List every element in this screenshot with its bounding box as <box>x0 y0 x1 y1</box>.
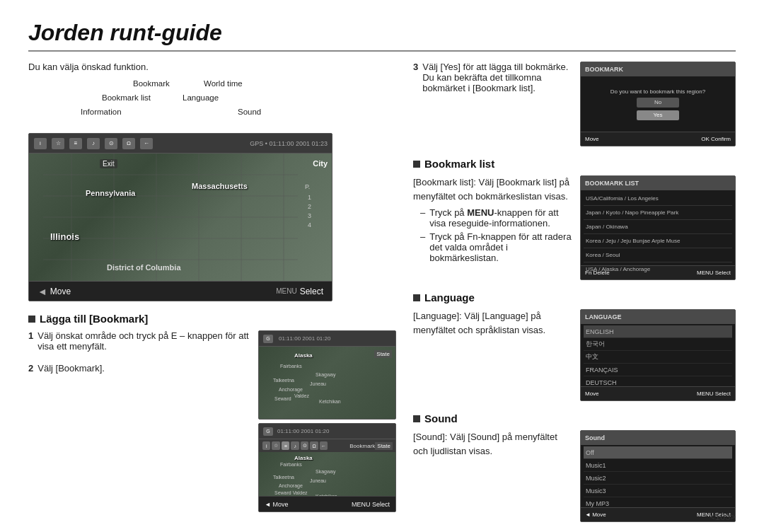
select-label: Select <box>300 287 323 296</box>
ss2-bookmark-label: Bookmark <box>349 443 375 449</box>
ss-item-3: Music3 <box>584 485 732 497</box>
cs-body: Do you want to bookmark this region? No … <box>581 76 735 132</box>
bl-text-area: [Bookmark list]: Välj [Bookmark list] på… <box>413 175 573 280</box>
svg-text:Seward: Seward <box>274 396 291 401</box>
bl-dash2: – <box>420 231 425 263</box>
ss-footer-move: ◄ Move <box>585 511 606 518</box>
ls-item-0: ENGLISH <box>584 325 732 338</box>
svg-text:District of Columbia: District of Columbia <box>107 263 181 272</box>
label-information: Information <box>81 108 122 116</box>
ss-item-1-text: Music1 <box>586 462 606 469</box>
svg-text:Juneau: Juneau <box>310 478 326 483</box>
ss1-alaska: Alaska <box>294 352 313 359</box>
cs-header: BOOKMARK <box>581 62 735 76</box>
ss1-header: G 01:11:00 2001 01:20 <box>259 331 395 347</box>
svg-text:Juneau: Juneau <box>310 381 326 386</box>
intro-text: Du kan välja önskad funktion. <box>28 62 396 72</box>
ls-footer-menu: MENU Select <box>697 391 731 397</box>
page-title: Jorden runt-guide <box>28 20 736 52</box>
ss2-b3: ≡ <box>282 441 289 450</box>
ss-item-2: Music2 <box>584 472 732 485</box>
ss2-time: 01:11:00 2001 01:20 <box>277 428 329 434</box>
ls-item-2-text: 中文 <box>586 352 598 362</box>
bl-item-2-text: Japan / Okinawa <box>586 224 628 230</box>
step1-item: 1 Välj önskat område och tryck på E – kn… <box>28 330 250 352</box>
ss-item-0-text: Off <box>586 449 594 456</box>
ss-item-4-text: My MP3 <box>586 500 609 507</box>
page-container: Jorden runt-guide Du kan välja önskad fu… <box>0 0 764 532</box>
bl-item-0: USA/California / Los Angeles <box>584 192 732 206</box>
confirm-screen: BOOKMARK Do you want to bookmark this re… <box>580 62 736 146</box>
bl-bullet1-text: Tryck på MENU-knappen för att visa reseg… <box>429 207 573 229</box>
svg-text:4: 4 <box>308 221 311 229</box>
label-bookmark: Bookmark <box>133 79 170 88</box>
bl-item-3: Korea / Jeju / Jeju Bunjae Arple Muse <box>584 234 732 248</box>
step2-number: 2 <box>28 363 33 374</box>
lagga-till-content: 1 Välj önskat område och tryck på E – kn… <box>28 330 396 512</box>
bookmark-list-title: Bookmark list <box>424 158 494 170</box>
map-icon-sound: ♪ <box>87 138 100 149</box>
step3-number: 3 <box>413 62 418 93</box>
sound-area: [Sound]: Välj [Sound] på menyfältet och … <box>413 430 736 522</box>
svg-text:P.: P. <box>305 183 310 190</box>
bl-screen-body: USA/California / Los Angeles Japan / Kyo… <box>581 190 735 265</box>
bl-item-4: Korea / Seoul <box>584 248 732 262</box>
svg-text:Fairbanks: Fairbanks <box>280 364 302 369</box>
svg-text:Skagway: Skagway <box>316 469 336 475</box>
map-footer-select: MENU Select <box>276 287 323 296</box>
language-area: [Language]: Välj [Language] på menyfälte… <box>413 309 736 401</box>
sound-header: Sound <box>413 412 736 424</box>
ss-body: Off Music1 Music2 Music3 My MP3 <box>581 445 735 507</box>
lagga-till-main: 1 Välj önskat område och tryck på E – kn… <box>28 330 250 512</box>
ls-header: LANGUAGE <box>581 310 735 324</box>
step3-area: 3 Välj [Yes] för att lägga till bokmärke… <box>413 62 736 146</box>
bookmark-list-header: Bookmark list <box>413 158 736 170</box>
cs-footer-move: Move <box>585 136 599 142</box>
sound-section-square <box>413 415 420 422</box>
step3-item: 3 Välj [Yes] för att lägga till bokmärke… <box>413 62 573 93</box>
ss2-b7: ← <box>320 441 328 450</box>
section-lagga-till-header: Lägga till [Bookmark] <box>28 313 396 325</box>
small-screen-2: G 01:11:00 2001 01:20 i ☆ ≡ ♪ ⊙ Ω ← Book… <box>258 423 396 512</box>
cs-no-btn[interactable]: No <box>637 98 679 108</box>
sound-screen: Sound Off Music1 Music2 Music3 <box>580 430 736 522</box>
ls-footer: Move MENU Select <box>581 386 735 400</box>
ls-item-1: 한국어 <box>584 338 732 351</box>
map-il-label: Illinois <box>50 231 79 242</box>
move-label: Move <box>50 287 71 296</box>
ss2-state-badge: State <box>375 442 393 450</box>
ss2-footer: ◄ Move MENU Select <box>259 496 395 511</box>
ss-item-3-text: Music3 <box>586 487 606 495</box>
step2-text: Välj [Bookmark]. <box>37 363 105 374</box>
main-map-screenshot: i ☆ ≡ ♪ ⊙ Ω ← GPS • 01:11:00 2001 01:23 … <box>28 133 332 301</box>
page-number: <103> <box>710 511 736 522</box>
label-world-time: World time <box>204 79 243 88</box>
language-title: Language <box>424 291 475 303</box>
ss2-gps-icon: G <box>263 427 273 436</box>
ls-body: ENGLISH 한국어 中文 FRANÇAIS DEUTSCH <box>581 324 735 386</box>
map-icon-back: ← <box>140 138 153 149</box>
bl-bullet2: – Tryck på Fn-knappen för att radera det… <box>413 231 573 263</box>
bl-item-1: Japan / Kyoto / Napo Pineapple Park <box>584 206 732 220</box>
ss2-bookmark-bar: i ☆ ≡ ♪ ⊙ Ω ← Bookmark State <box>259 439 395 452</box>
map-exit-label: Exit <box>100 159 117 168</box>
ls-item-3-text: FRANÇAIS <box>586 366 618 374</box>
ss2-b4: ♪ <box>291 441 299 450</box>
diagram-area: Bookmark World time Bookmark list Langua… <box>28 79 396 122</box>
cs-dialog-text: Do you want to bookmark this region? <box>610 88 705 95</box>
language-screen: LANGUAGE ENGLISH 한국어 中文 FRANÇAI <box>580 309 736 401</box>
step1-number: 1 <box>28 330 33 352</box>
lang-section-square <box>413 294 420 301</box>
ls-item-1-text: 한국어 <box>586 340 605 349</box>
map-svg: District of Columbia P. 1 2 3 4 <box>29 154 332 281</box>
svg-text:2: 2 <box>308 203 311 210</box>
ss1-state-badge: State <box>374 350 392 358</box>
svg-text:1: 1 <box>308 194 311 201</box>
ss2-svg: Fairbanks Skagway Talkeetna Anchorage Ju… <box>259 452 395 496</box>
cs-header-text: BOOKMARK <box>585 66 623 73</box>
bl-item-1-text: Japan / Kyoto / Napo Pineapple Park <box>586 209 678 216</box>
map-icon-headphone: Ω <box>122 138 135 149</box>
cs-yes-btn[interactable]: Yes <box>637 110 679 120</box>
ss1-time: 01:11:00 2001 01:20 <box>279 335 330 342</box>
ls-item-3: FRANÇAIS <box>584 364 732 376</box>
